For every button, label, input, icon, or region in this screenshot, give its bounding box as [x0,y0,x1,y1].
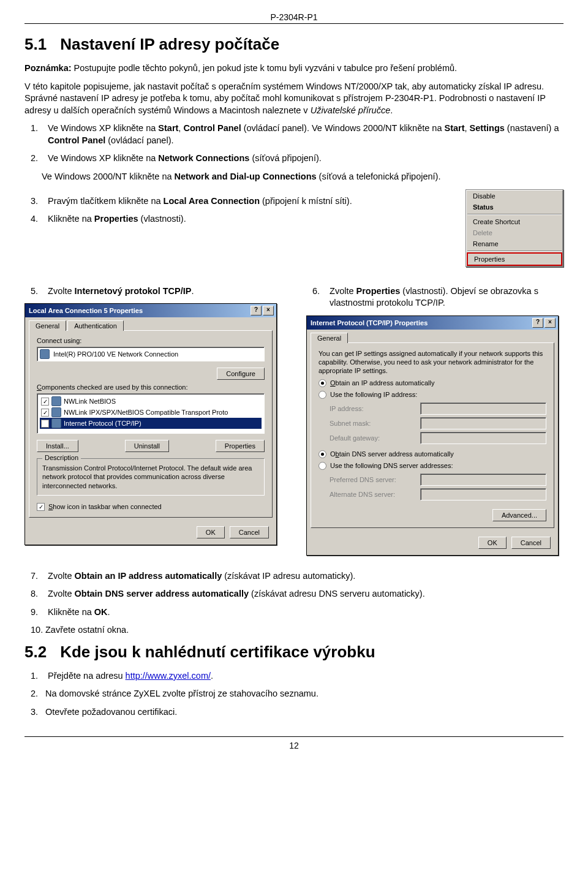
step-7: Zvolte Obtain an IP address automaticall… [31,570,564,583]
divider-top [24,23,564,24]
show-icon-row[interactable]: ✓ Show icon in taskbar when connected Sh… [37,503,265,511]
radio-icon [318,450,326,458]
radio-icon [318,379,326,387]
s52-step-1: Přejděte na adresu http://www.zyxel.com/… [31,670,564,682]
radio-label: Use the following DNS server addresses: [330,462,453,469]
step-6-wrap: Zvolte Properties (vlastnosti). Objeví s… [306,285,564,309]
tab-general[interactable]: General [311,333,348,343]
text: V této kapitole popisujeme, jak nastavit… [24,81,546,115]
ctx-separator [467,251,562,252]
section-5-2-heading: 5.2Kde jsou k nahlédnutí certifikace výr… [24,643,564,662]
ip-address-row: IP address: [330,402,546,415]
step-2: Ve Windows XP klikněte na Network Connec… [31,153,564,165]
close-button-icon[interactable]: × [263,306,274,315]
ok-button[interactable]: OK [197,526,225,538]
list-item[interactable]: ✓NWLink IPX/SPX/NetBIOS Compatible Trans… [40,407,262,418]
radio-label: Obtain an IP address automatically [330,379,434,387]
ctx-item-rename[interactable]: Rename [467,238,562,249]
component-icon [51,396,61,406]
label-connect-using: Connect using: [37,337,265,344]
uninstall-button[interactable]: Uninstall [125,440,169,452]
ctx-item-disable[interactable]: Disable [467,191,562,202]
ok-button[interactable]: OK [478,537,507,549]
radio-obtain-dns-auto[interactable]: Obtain DNS server address automatically … [318,450,546,458]
intro-paragraph: V této kapitole popisujeme, jak nastavit… [24,81,564,117]
properties-button[interactable]: Properties [216,440,265,452]
help-button-icon[interactable]: ? [251,306,262,315]
highlight-box: Properties [467,252,562,266]
radio-obtain-ip-auto[interactable]: Obtain an IP address automatically Obtai… [318,379,546,387]
radio-icon [318,462,326,470]
close-button-icon[interactable]: × [545,318,556,328]
ctx-item-create-shortcut[interactable]: Create Shortcut [467,216,562,227]
radio-label: Use the following IP address: [330,391,417,398]
cancel-button[interactable]: Cancel [511,537,551,549]
context-menu: Disable Status Create Shortcut Delete Re… [466,189,564,267]
text: . [390,105,393,115]
description-group: Description Transmission Control Protoco… [37,458,265,496]
description-text: Transmission Control Protocol/Internet P… [42,464,259,490]
step-6: Zvolte Properties (vlastnosti). Objeví s… [312,285,564,309]
tab-panel-general: Connect using: Intel(R) PRO/100 VE Netwo… [29,330,273,518]
s52-step-2: Na domovské stránce ZyXEL zvolte přístro… [31,688,564,700]
divider-bottom [24,736,564,737]
adapter-field: Intel(R) PRO/100 VE Network Connection [37,347,265,361]
s52-step-3: Otevřete požadovanou certifikaci. [31,706,564,719]
radio-use-ip[interactable]: Use the following IP address: [318,391,546,399]
steps-7-10: Zvolte Obtain an IP address automaticall… [24,570,564,636]
step-10: Zavřete ostatní okna. [31,624,564,636]
radio-icon [318,391,326,399]
help-button-icon[interactable]: ? [532,318,543,328]
list-item[interactable]: ✓NWLink NetBIOS [40,396,262,407]
ctx-separator [467,214,562,215]
page-header: P-2304R-P1 [24,12,564,23]
advanced-button[interactable]: Advanced... [492,509,546,521]
step-3: Pravým tlačítkem klikněte na Local Area … [31,195,453,208]
adapter-icon [40,349,50,359]
checkbox-icon[interactable]: ✓ [41,409,49,417]
install-button[interactable]: Install... [37,440,78,452]
checkbox-icon[interactable]: ✓ [37,503,45,511]
mask-input [420,417,546,429]
page-number: 12 [24,741,564,750]
ctx-item-properties[interactable]: Properties [468,254,561,265]
component-icon [51,418,61,428]
checkbox-icon[interactable]: ✓ [41,420,49,428]
section-title: Kde jsou k nahlédnutí certifikace výrobk… [60,643,375,661]
checkbox-icon[interactable]: ✓ [41,398,49,406]
radio-use-dns[interactable]: Use the following DNS server addresses: [318,462,546,470]
step-5: Zvolte Internetový protokol TCP/IP. [31,285,282,298]
note-text: Postupujte podle těchto pokynů, jen poku… [72,63,458,73]
pdns-input [420,474,546,486]
subnet-mask-row: Subnet mask: [330,417,546,429]
gw-input [420,432,546,444]
tab-general[interactable]: General [29,320,66,331]
component-icon [51,407,61,417]
dialog-titlebar[interactable]: Local Area Connection 5 Properties ? × [25,304,276,317]
tcpip-properties-dialog: Internet Protocol (TCP/IP) Properties ? … [306,315,559,556]
section-5-2-list: Přejděte na adresu http://www.zyxel.com/… [24,670,564,719]
steps-list: Ve Windows XP klikněte na Start, Control… [24,123,564,165]
dialog-titlebar[interactable]: Internet Protocol (TCP/IP) Properties ? … [307,316,558,330]
step-1: Ve Windows XP klikněte na Start, Control… [31,123,564,146]
section-number: 5.2 [24,643,47,661]
tab-authentication[interactable]: Authentication [67,320,124,331]
configure-button[interactable]: Configure [217,368,265,380]
note-label: Poznámka: [24,63,72,73]
cancel-button[interactable]: Cancel [230,526,269,538]
lac-properties-dialog: Local Area Connection 5 Properties ? × G… [24,303,277,545]
alternate-dns-row: Alternate DNS server: [330,488,546,500]
note-paragraph: Poznámka: Postupujte podle těchto pokynů… [24,62,564,75]
list-item-selected[interactable]: ✓Internet Protocol (TCP/IP) [40,418,262,429]
zyxel-link[interactable]: http://www.zyxel.com/ [126,671,211,681]
ctx-item-status[interactable]: Status [467,202,562,213]
components-listbox[interactable]: ✓NWLink NetBIOS ✓NWLink IPX/SPX/NetBIOS … [37,393,265,434]
adns-input [420,488,546,500]
step-8: Zvolte Obtain DNS server address automat… [31,588,564,600]
group-label: Description [42,454,81,461]
step-2-sub: Ve Windows 2000/NT klikněte na Network a… [24,171,564,183]
label-components: CComponents checked are used by this con… [37,383,187,391]
intro-text: You can get IP settings assigned automat… [318,349,546,376]
adapter-name: Intel(R) PRO/100 VE Network Connection [53,350,178,358]
dialog-title: Internet Protocol (TCP/IP) Properties [311,319,428,327]
